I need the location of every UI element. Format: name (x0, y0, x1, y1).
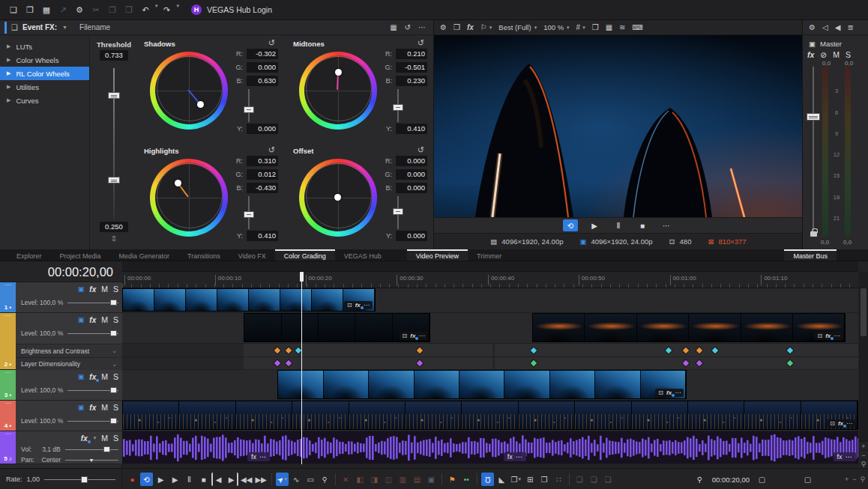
master-plugin-button[interactable]: ⊘ (820, 50, 827, 59)
red-value[interactable]: -0.302 (247, 49, 278, 59)
collapse-icon[interactable]: ⌄ (112, 347, 117, 354)
track-solo-button[interactable]: S (113, 372, 118, 381)
red-value[interactable]: 0.310 (247, 156, 278, 166)
event-fx-dropdown[interactable]: ▼ (62, 25, 67, 30)
event-fx-icon[interactable]: fx (666, 389, 672, 396)
lock-envelopes-button[interactable]: ⊞ (524, 473, 537, 486)
y-slider-handle[interactable] (244, 211, 254, 218)
downmix-icon[interactable]: ◁ (822, 23, 828, 31)
event-badge[interactable]: ⊡fx⋯ (344, 301, 373, 309)
layer-dimensionality-envelope-lane[interactable] (122, 357, 858, 370)
event-fx-icon[interactable]: fx (355, 302, 361, 309)
zoom-in-button[interactable]: + (845, 476, 849, 483)
track-level-handle[interactable] (110, 300, 117, 306)
blue-value[interactable]: 0.000 (396, 183, 427, 193)
preview-flag-icon[interactable]: ⚐▾ (480, 23, 492, 31)
marker-bar[interactable] (122, 261, 858, 272)
audio-more-icon[interactable]: ⋯ (259, 453, 266, 461)
dim-output-icon[interactable]: ◀ (835, 23, 841, 31)
tab-master-bus[interactable]: Master Bus (784, 249, 837, 261)
y-slider[interactable] (379, 89, 417, 122)
track-fx-button[interactable]: fx (89, 316, 96, 324)
track-view-icon[interactable]: ▣ (78, 373, 85, 380)
track-fx-button[interactable]: fx (89, 373, 96, 381)
red-value[interactable]: 0.210 (396, 49, 427, 59)
track-4-color-strip[interactable]: ⋯4 ▪ (0, 401, 16, 431)
track-1-color-strip[interactable]: ⋯1 ▪ (0, 282, 16, 312)
wheel-indicator-dot[interactable] (334, 194, 341, 201)
playhead-line[interactable] (301, 272, 302, 464)
video-event[interactable]: ⊡fx⋯ (244, 313, 430, 342)
playhead-pin-icon[interactable]: ⚲ (693, 473, 706, 486)
preview-settings-icon[interactable]: ⚙ (440, 23, 447, 31)
y-slider[interactable] (230, 89, 268, 122)
auto-ripple-button[interactable]: ❐▾ (510, 473, 522, 486)
wheel-reset-icon[interactable]: ↺ (418, 145, 424, 155)
tab-transitions[interactable]: Transitions (178, 249, 229, 261)
color-wheel-midtones[interactable] (299, 52, 377, 130)
go-to-start-button[interactable]: ◀ (211, 473, 224, 486)
loop-playback-button[interactable]: ⟲ (140, 473, 153, 486)
threshold-slider[interactable] (113, 68, 115, 219)
event-fx-icon[interactable]: fx (825, 332, 831, 339)
go-to-end-button[interactable]: ▶ (226, 473, 238, 486)
track-view-icon[interactable]: ▣ (78, 316, 85, 324)
ignore-grouping-button[interactable]: ❒ (538, 473, 551, 486)
redo-dropdown[interactable]: ▾ (177, 3, 180, 16)
event-badge[interactable]: ⊡fx⋯ (814, 332, 843, 340)
track-solo-button[interactable]: S (113, 434, 118, 443)
green-value[interactable]: 0.000 (247, 62, 278, 73)
new-project-icon[interactable]: ❏ (6, 3, 21, 16)
vegas-hub-login[interactable]: H VEGAS Hub Login (191, 4, 272, 15)
mixer-view-icon[interactable]: ≣ (847, 23, 853, 31)
track-mute-button[interactable]: M (101, 285, 108, 294)
more-button[interactable]: ⋯ (659, 219, 674, 231)
green-value[interactable]: -0.501 (396, 62, 427, 73)
track-view-icon[interactable]: ▣ (78, 285, 85, 293)
timeline-scrollbar[interactable]: + − ⚲ (859, 272, 868, 468)
audio-fx-icon[interactable]: fx (837, 453, 843, 461)
audio-more-icon[interactable]: ⋯ (846, 453, 852, 461)
wheel-indicator-dot[interactable] (197, 101, 204, 108)
wheel-reset-icon[interactable]: ↺ (268, 38, 275, 48)
event-more-icon[interactable]: ⋯ (418, 332, 424, 339)
wheel-reset-icon[interactable]: ↺ (418, 38, 424, 48)
reset-chain-icon[interactable]: ↺ (405, 23, 411, 31)
color-wheel-highlights[interactable] (150, 159, 228, 237)
track-level-slider[interactable] (67, 303, 118, 303)
track-solo-button[interactable]: S (113, 285, 118, 294)
grid-overlay-icon[interactable]: #▾ (576, 23, 585, 31)
crop-icon[interactable]: ⊡ (347, 302, 352, 309)
crop-icon[interactable]: ⊡ (658, 389, 663, 396)
event-badge[interactable]: ⊡fx⋯ (827, 419, 855, 428)
track-3-lane[interactable]: ⊡fx⋯ (122, 370, 858, 401)
sidebar-item-luts[interactable]: ▶LUTs (0, 40, 89, 53)
audio-more-icon[interactable]: ⋯ (516, 453, 522, 461)
scroll-zoom-tool-button[interactable]: ⚲ (859, 459, 868, 468)
track-mute-button[interactable]: M (101, 434, 108, 443)
tab-vegas-hub[interactable]: VEGAS Hub (335, 249, 391, 261)
video-event[interactable]: ⊡fx⋯ (122, 288, 376, 312)
transport-timecode[interactable]: 00:00:20,00 (712, 476, 750, 484)
pan-center-marker[interactable]: ▼ (89, 458, 94, 463)
track-fx-dropdown[interactable]: ▾ (94, 435, 97, 441)
audio-fx-badge[interactable]: fx⋯ (247, 452, 270, 461)
stop-button[interactable]: ■ (197, 473, 210, 486)
track-level-slider[interactable] (67, 421, 118, 422)
color-wheel-shadows[interactable] (150, 52, 228, 130)
play-from-start-button[interactable]: ▶ (154, 473, 167, 486)
sidebar-item-rl-color-wheels[interactable]: ▶RL Color Wheels (0, 67, 89, 80)
green-value[interactable]: 0.000 (396, 169, 427, 180)
crop-icon[interactable]: ⊡ (817, 332, 822, 339)
event-more-icon[interactable]: ⋯ (846, 420, 852, 427)
save-preset-icon[interactable]: ▦ (390, 23, 397, 31)
zoom-edit-tool[interactable]: ⚲ (319, 473, 331, 486)
rewind-button[interactable]: ◀◀ (240, 473, 253, 486)
wheel-indicator-dot[interactable] (335, 69, 342, 76)
track-solo-button[interactable]: S (113, 315, 118, 324)
track-level-handle[interactable] (110, 387, 117, 393)
expand-triangle-icon[interactable]: ▶ (7, 43, 10, 49)
event-fx-icon[interactable]: fx (410, 332, 415, 339)
envelope-row-layer-dimensionality[interactable]: Layer Dimensionality⌄ (16, 357, 122, 370)
envelope-row-brightness-and-contrast[interactable]: Brightness and Contrast⌄ (16, 344, 122, 357)
